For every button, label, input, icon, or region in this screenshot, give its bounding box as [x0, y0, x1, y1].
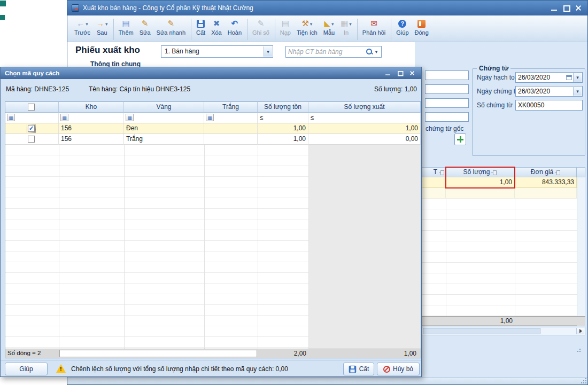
filter-cell[interactable] — [124, 113, 204, 123]
chevron-down-icon[interactable] — [264, 46, 272, 57]
save-button[interactable]: Cất — [343, 363, 374, 375]
grid-line — [124, 145, 125, 349]
select-all-checkbox[interactable] — [28, 104, 35, 111]
inner-resize-grip[interactable] — [574, 345, 582, 353]
print-icon: ▦ — [341, 19, 348, 28]
grid-cell[interactable] — [422, 188, 446, 199]
toolbar-button-xoa[interactable]: ✖ Xóa — [208, 17, 225, 37]
chevron-down-icon[interactable] — [105, 20, 108, 27]
column-header-ton[interactable]: Số lượng tồn — [258, 102, 308, 113]
toolbar-button-mau[interactable]: ◣ Mẫu — [321, 17, 337, 37]
vertical-scrollbar[interactable] — [577, 177, 585, 316]
toolbar-button-sau[interactable]: → Sau — [94, 17, 111, 37]
column-header-partial[interactable]: T — [422, 167, 446, 177]
doc-type-select[interactable]: 1. Bán hàng — [161, 45, 273, 58]
close-icon[interactable] — [574, 4, 583, 12]
column-header-kho[interactable]: Kho — [59, 102, 124, 113]
toolbar-label: Hoàn — [228, 29, 242, 36]
general-field-1[interactable] — [425, 70, 469, 80]
scroll-right-icon[interactable] — [576, 328, 584, 334]
toolbar-button-sua-nhanh[interactable]: ✎ Sửa nhanh — [154, 17, 188, 37]
scrollbar-thumb[interactable] — [423, 328, 540, 334]
search-input[interactable] — [286, 48, 366, 56]
highlight-box — [445, 167, 515, 188]
column-header-xuat[interactable]: Số lượng xuất — [308, 102, 421, 113]
filter-icon[interactable] — [126, 114, 134, 121]
document-date-field[interactable]: 26/03/2020 — [515, 86, 583, 97]
general-field-2[interactable] — [425, 84, 469, 94]
filter-icon[interactable] — [7, 114, 15, 121]
toolbar-button-cat[interactable]: Cất — [194, 17, 208, 37]
cell-kho[interactable]: 156 — [59, 134, 124, 145]
grid-cell[interactable] — [446, 188, 515, 199]
toolbar-button-truoc[interactable]: ← Trước — [72, 17, 93, 37]
minimize-icon[interactable] — [384, 70, 392, 76]
general-field-4[interactable] — [425, 112, 469, 122]
chevron-down-icon[interactable] — [310, 20, 313, 27]
row-checkbox[interactable] — [28, 136, 35, 143]
general-field-3[interactable] — [425, 98, 469, 108]
column-header-select[interactable] — [5, 102, 59, 113]
price-cell[interactable]: 843.333,33 — [515, 177, 577, 188]
filter-icon[interactable] — [60, 114, 68, 121]
chevron-down-icon[interactable]: ▾ — [373, 49, 380, 54]
desktop-icon[interactable] — [0, 1, 6, 6]
horizontal-scrollbar[interactable] — [422, 327, 585, 335]
calendar-icon[interactable] — [566, 75, 572, 80]
toolbar-button-tien-ich[interactable]: ⚒ Tiện ích — [294, 17, 320, 37]
cell-xuat[interactable]: 0,00 — [308, 134, 421, 145]
toolbar-separator — [191, 19, 191, 40]
desktop-icon[interactable] — [0, 15, 5, 20]
row-select-cell[interactable]: ✓ — [5, 123, 59, 134]
toolbar-button-hoan[interactable]: ↶ Hoàn — [225, 17, 244, 37]
add-attachment-button[interactable] — [454, 133, 466, 145]
filter-cell[interactable]: ≤ — [258, 113, 308, 123]
cell-vang[interactable]: Trắng — [124, 134, 204, 145]
chevron-down-icon[interactable] — [573, 73, 582, 82]
help-button[interactable]: Giúp — [5, 363, 48, 375]
pin-icon[interactable] — [555, 170, 560, 175]
row-select-cell[interactable] — [5, 134, 59, 145]
toolbar-button-them[interactable]: ▤ Thêm — [116, 17, 136, 37]
delete-icon: ✖ — [213, 19, 220, 28]
column-header-trang[interactable]: Trắng — [204, 102, 258, 113]
grid-cell[interactable] — [515, 188, 577, 199]
filter-cell[interactable] — [5, 113, 59, 123]
row-checkbox[interactable]: ✓ — [28, 125, 35, 132]
cell-kho[interactable]: 156 — [59, 123, 124, 134]
cell-ton[interactable]: 1,00 — [258, 134, 308, 145]
warning-message: Chênh lệch số lượng với tổng số lượng nh… — [71, 361, 288, 377]
filter-cell[interactable] — [204, 113, 258, 123]
grid-cell[interactable] — [422, 177, 446, 188]
cell-ton[interactable]: 1,00 — [258, 123, 308, 134]
maximize-icon[interactable] — [562, 4, 571, 12]
dialog-footer: Giúp Chênh lệch số lượng với tổng số lượ… — [1, 360, 421, 376]
posting-date-field[interactable]: 26/03/2020 — [515, 72, 583, 83]
cell-vang[interactable]: Đen — [124, 123, 204, 134]
filter-operator[interactable]: ≤ — [258, 114, 264, 121]
resize-grip[interactable] — [580, 377, 586, 383]
cell-trang[interactable] — [204, 123, 258, 134]
filter-icon[interactable] — [206, 114, 214, 121]
maximize-icon[interactable] — [397, 70, 404, 76]
document-number-field[interactable]: XK00050 — [515, 100, 583, 111]
cancel-button[interactable]: Hủy bỏ — [377, 363, 420, 375]
filter-cell[interactable] — [59, 113, 124, 123]
column-header-vang[interactable]: Vàng — [124, 102, 204, 113]
chevron-down-icon[interactable] — [86, 20, 88, 27]
chevron-down-icon[interactable] — [573, 87, 582, 96]
filter-operator[interactable]: ≤ — [308, 114, 314, 121]
minimize-icon[interactable] — [550, 4, 559, 12]
pin-icon[interactable] — [439, 170, 444, 175]
cell-trang[interactable] — [204, 134, 258, 145]
close-icon[interactable] — [409, 70, 416, 76]
toolbar-button-sua[interactable]: ✎ Sửa — [137, 17, 153, 37]
cell-xuat[interactable]: 1,00 — [308, 123, 421, 134]
toolbar-button-giup[interactable]: ? Giúp — [393, 17, 411, 37]
search-icon[interactable] — [366, 48, 373, 56]
toolbar-button-phan-hoi[interactable]: ✉ Phản hồi — [360, 17, 388, 37]
toolbar-button-dong[interactable]: Đóng — [412, 17, 431, 37]
column-header-price[interactable]: Đơn giá — [515, 167, 577, 177]
chevron-down-icon[interactable] — [331, 20, 334, 27]
filter-cell[interactable]: ≤ — [308, 113, 421, 123]
